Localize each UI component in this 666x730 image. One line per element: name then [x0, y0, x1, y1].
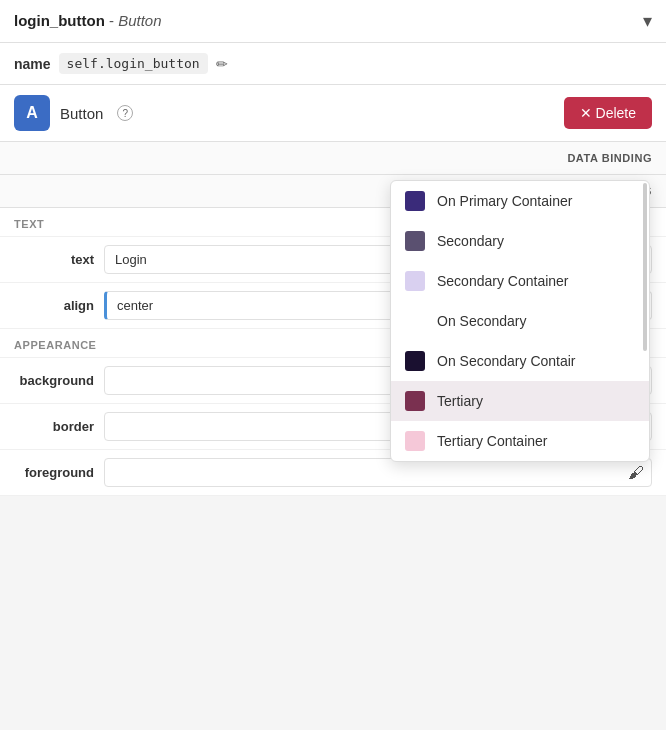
foreground-input[interactable]	[104, 458, 652, 487]
border-prop-label: border	[14, 419, 94, 434]
color-swatch-secondary-container	[405, 271, 425, 291]
data-binding-header: DATA BINDING	[0, 142, 666, 175]
swatch-spacer	[405, 311, 425, 331]
dropdown-item-label-on-primary-container: On Primary Container	[437, 193, 572, 209]
type-name: Button	[60, 105, 103, 122]
type-left: A Button ?	[14, 95, 133, 131]
name-label: name	[14, 56, 51, 72]
color-swatch-tertiary	[405, 391, 425, 411]
align-prop-label: align	[14, 298, 94, 313]
title-separator: -	[105, 12, 118, 29]
type-avatar: A	[14, 95, 50, 131]
color-dropdown: On Primary ContainerSecondarySecondary C…	[390, 180, 650, 462]
color-swatch-on-secondary-container	[405, 351, 425, 371]
text-prop-label: text	[14, 252, 94, 267]
dropdown-item-on-secondary-container[interactable]: On Secondary Contair	[391, 341, 649, 381]
color-swatch-on-primary-container	[405, 191, 425, 211]
help-icon[interactable]: ?	[117, 105, 133, 121]
dropdown-scrollbar	[643, 183, 647, 351]
foreground-input-wrapper: 🖌	[104, 458, 652, 487]
dropdown-item-on-primary-container[interactable]: On Primary Container	[391, 181, 649, 221]
type-row: A Button ? ✕ Delete	[0, 85, 666, 142]
dropdown-item-tertiary[interactable]: Tertiary	[391, 381, 649, 421]
dropdown-item-label-secondary-container: Secondary Container	[437, 273, 569, 289]
chevron-down-icon[interactable]: ▾	[643, 10, 652, 32]
header-title: login_button - Button	[14, 12, 162, 30]
dropdown-item-label-on-secondary-container: On Secondary Contair	[437, 353, 576, 369]
dropdown-item-label-tertiary-container: Tertiary Container	[437, 433, 548, 449]
dropdown-item-label-on-secondary: On Secondary	[437, 313, 527, 329]
delete-button[interactable]: ✕ Delete	[564, 97, 652, 129]
background-prop-label: background	[14, 373, 94, 388]
name-value: self.login_button	[59, 53, 208, 74]
foreground-brush-icon[interactable]: 🖌	[628, 464, 644, 482]
dropdown-item-label-secondary: Secondary	[437, 233, 504, 249]
header-bar: login_button - Button ▾	[0, 0, 666, 43]
dropdown-item-label-tertiary: Tertiary	[437, 393, 483, 409]
title-italic: Button	[118, 12, 161, 29]
dropdown-item-tertiary-container[interactable]: Tertiary Container	[391, 421, 649, 461]
color-swatch-tertiary-container	[405, 431, 425, 451]
edit-icon[interactable]: ✏	[216, 56, 228, 72]
name-row: name self.login_button ✏	[0, 43, 666, 85]
color-swatch-secondary	[405, 231, 425, 251]
dropdown-item-on-secondary[interactable]: On Secondary	[391, 301, 649, 341]
title-bold: login_button	[14, 12, 105, 29]
dropdown-item-secondary[interactable]: Secondary	[391, 221, 649, 261]
dropdown-item-secondary-container[interactable]: Secondary Container	[391, 261, 649, 301]
foreground-prop-label: foreground	[14, 465, 94, 480]
